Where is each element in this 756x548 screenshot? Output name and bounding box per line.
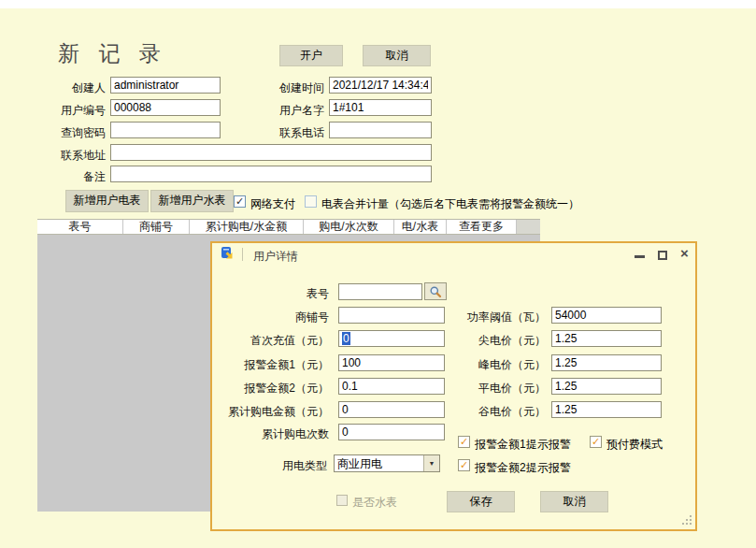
peak-price-label: 峰电价（元）: [450, 357, 546, 373]
shop-no-input[interactable]: [338, 307, 445, 324]
contact-phone-label: 联系电话: [252, 125, 324, 141]
selected-text: 0: [342, 332, 350, 345]
sharp-price-label: 尖电价（元）: [450, 333, 546, 349]
meter-search-button[interactable]: [424, 282, 447, 300]
maximize-icon[interactable]: [658, 251, 667, 260]
save-document-icon: [220, 247, 235, 262]
dialog-title: 用户详情: [253, 249, 298, 265]
is-water-meter-label: 是否水表: [352, 495, 397, 511]
resize-grip[interactable]: [686, 519, 688, 521]
user-no-label: 用户编号: [33, 103, 106, 119]
query-password-input[interactable]: [110, 122, 221, 138]
valley-price-input[interactable]: [551, 401, 662, 418]
alarm-amount2-label: 报警金额2（元）: [212, 381, 329, 397]
chevron-down-icon[interactable]: ▼: [423, 455, 439, 471]
open-account-button[interactable]: 开户: [279, 45, 343, 66]
add-electric-meter-button[interactable]: 新增用户电表: [65, 190, 149, 212]
first-recharge-label: 首次充值（元）: [212, 333, 329, 349]
contact-phone-input[interactable]: [329, 122, 432, 138]
meter-no-input[interactable]: [338, 283, 422, 300]
power-threshold-input[interactable]: [551, 307, 662, 324]
app-window: 新 记 录 开户 取消 创建人 创建时间 用户编号 用户名字 查询密码 联系电话…: [0, 0, 756, 548]
network-payment-checkbox[interactable]: ✓: [234, 195, 246, 208]
contact-address-label: 联系地址: [33, 148, 106, 164]
power-threshold-label: 功率阈值（瓦）: [450, 310, 546, 325]
dialog-titlebar[interactable]: 用户详情 ×: [212, 243, 695, 266]
total-purchase-amount-input[interactable]: [338, 401, 445, 418]
table-header-total-amount[interactable]: 累计购电/水金额: [190, 220, 304, 234]
usage-type-value: 商业用电: [335, 455, 423, 471]
create-time-label: 创建时间: [252, 80, 324, 96]
flat-price-input[interactable]: [551, 378, 662, 395]
table-header-view-more[interactable]: 查看更多: [447, 220, 517, 234]
table-header-filler: [517, 220, 540, 234]
save-button[interactable]: 保存: [447, 491, 515, 512]
merge-metering-checkbox[interactable]: [305, 195, 317, 208]
alarm1-alert-checkbox[interactable]: ✓: [458, 436, 470, 448]
prepaid-mode-checkbox[interactable]: ✓: [590, 436, 602, 448]
is-water-meter-checkbox: [336, 495, 348, 506]
shop-no-label: 商铺号: [212, 310, 329, 325]
alarm-amount1-label: 报警金额1（元）: [212, 357, 329, 373]
alarm2-alert-checkbox[interactable]: ✓: [458, 459, 470, 471]
table-header-purchase-count[interactable]: 购电/水次数: [304, 220, 394, 234]
usage-type-select[interactable]: 商业用电 ▼: [334, 454, 440, 472]
sharp-price-input[interactable]: [551, 330, 662, 347]
prepaid-mode-label: 预付费模式: [606, 437, 663, 453]
dialog-cancel-button[interactable]: 取消: [540, 491, 608, 512]
alarm1-alert-label: 报警金额1提示报警: [475, 437, 571, 453]
top-strip: [0, 0, 756, 8]
user-name-label: 用户名字: [252, 103, 324, 119]
total-purchase-count-label: 累计购电次数: [212, 426, 329, 442]
table-header-meter-type[interactable]: 电/水表: [394, 220, 447, 234]
user-detail-dialog: 用户详情 × 表号 商铺号 首次充值（元） 0 报警金额1（元） 报警金额2（元…: [210, 241, 697, 531]
table-header-meter-no[interactable]: 表号: [37, 220, 123, 234]
flat-price-label: 平电价（元）: [450, 381, 546, 397]
minimize-icon[interactable]: [635, 255, 645, 258]
alarm-amount2-input[interactable]: [338, 378, 445, 395]
remark-label: 备注: [33, 169, 106, 185]
create-time-input[interactable]: [329, 77, 432, 94]
creator-label: 创建人: [33, 80, 106, 96]
search-icon: [429, 285, 442, 298]
contact-address-input[interactable]: [110, 144, 432, 161]
network-payment-label: 网络支付: [250, 196, 295, 212]
table-header-shop-no[interactable]: 商铺号: [123, 220, 190, 234]
valley-price-label: 谷电价（元）: [450, 404, 546, 420]
user-no-input[interactable]: [110, 99, 221, 116]
cancel-button[interactable]: 取消: [363, 45, 431, 66]
first-recharge-input[interactable]: 0: [338, 330, 445, 347]
creator-input[interactable]: [110, 77, 221, 94]
meter-no-label: 表号: [212, 286, 329, 302]
usage-type-label: 用电类型: [212, 458, 327, 474]
page-title: 新 记 录: [58, 39, 167, 68]
alarm2-alert-label: 报警金额2提示报警: [475, 460, 571, 476]
user-name-input[interactable]: [329, 99, 432, 116]
merge-metering-label: 电表合并计量（勾选后名下电表需将报警金额统一）: [321, 196, 579, 212]
peak-price-input[interactable]: [551, 354, 662, 371]
alarm-amount1-input[interactable]: [338, 354, 445, 371]
titlebar-separator: [242, 248, 243, 261]
query-password-label: 查询密码: [33, 125, 106, 141]
total-purchase-amount-label: 累计购电金额（元）: [212, 404, 329, 420]
total-purchase-count-input[interactable]: [338, 424, 445, 440]
close-icon[interactable]: ×: [680, 246, 689, 260]
remark-input[interactable]: [110, 166, 432, 182]
add-water-meter-button[interactable]: 新增用户水表: [150, 190, 234, 212]
meter-table-header: 表号 商铺号 累计购电/水金额 购电/水次数 电/水表 查看更多: [37, 219, 540, 235]
